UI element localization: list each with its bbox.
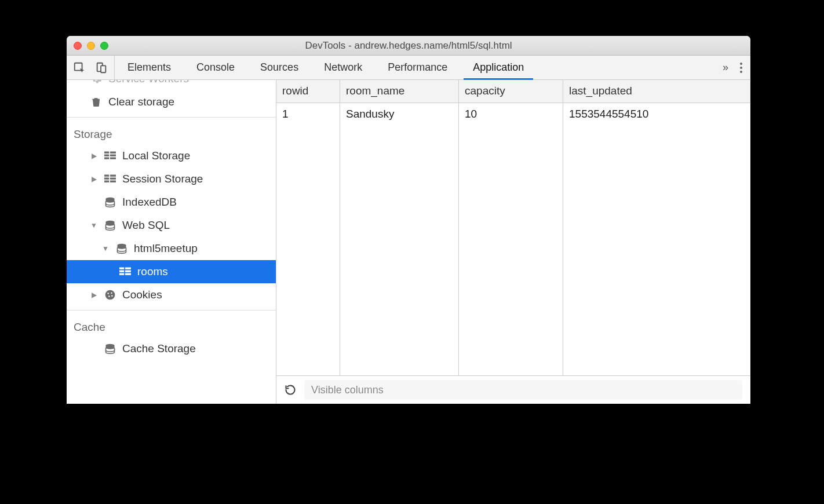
table-icon <box>104 151 116 160</box>
sidebar-label: Clear storage <box>108 96 174 108</box>
svg-rect-3 <box>104 152 109 154</box>
sidebar-label: Cookies <box>122 288 162 301</box>
sidebar-heading-cache: Cache <box>67 314 276 337</box>
sidebar-label: Local Storage <box>122 149 190 162</box>
svg-rect-19 <box>125 268 131 269</box>
sidebar-item-service-workers[interactable]: Service Workers <box>67 80 276 90</box>
grid-toolbar <box>276 376 750 404</box>
expand-arrow-icon: ▶ <box>90 152 98 160</box>
svg-point-27 <box>108 295 110 297</box>
sidebar-item-session-storage[interactable]: ▶ Session Storage <box>67 167 276 191</box>
svg-rect-2 <box>101 65 105 72</box>
expand-arrow-icon: ▶ <box>90 291 98 299</box>
tab-application[interactable]: Application <box>460 56 537 79</box>
svg-rect-12 <box>110 178 116 180</box>
tab-console[interactable]: Console <box>184 56 247 79</box>
svg-rect-10 <box>110 175 116 177</box>
database-icon <box>104 196 116 208</box>
svg-rect-9 <box>104 175 109 177</box>
sidebar-item-indexeddb[interactable]: IndexedDB <box>67 191 276 214</box>
application-sidebar: Service Workers Clear storage Storage ▶ … <box>67 80 276 404</box>
svg-rect-6 <box>110 155 116 156</box>
svg-rect-7 <box>104 158 109 159</box>
database-icon <box>115 243 128 254</box>
svg-point-24 <box>105 290 115 300</box>
svg-rect-14 <box>110 181 116 182</box>
sidebar-label: rooms <box>137 265 168 278</box>
svg-rect-13 <box>104 181 109 182</box>
svg-rect-20 <box>119 271 124 272</box>
data-grid: rowid room_name capacity last_updated 1 … <box>276 80 750 376</box>
sidebar-label: Cache Storage <box>122 342 196 355</box>
svg-rect-22 <box>119 273 124 275</box>
svg-point-26 <box>111 292 112 294</box>
expand-arrow-icon: ▶ <box>90 175 98 183</box>
collapse-arrow-icon: ▼ <box>101 244 110 253</box>
table-icon <box>119 267 132 276</box>
svg-rect-18 <box>119 268 124 269</box>
table-row[interactable]: 1 Sandusky 10 1553544554510 <box>276 103 750 375</box>
devtools-toolbar: Elements Console Sources Network Perform… <box>67 56 750 80</box>
cell-room-name: Sandusky <box>340 103 459 375</box>
svg-rect-11 <box>104 178 109 180</box>
sidebar-item-cookies[interactable]: ▶ Cookies <box>67 283 276 306</box>
svg-rect-23 <box>125 273 131 275</box>
table-icon <box>104 174 116 184</box>
cell-rowid: 1 <box>276 103 340 375</box>
grid-header-row: rowid room_name capacity last_updated <box>276 80 750 103</box>
more-tabs-icon[interactable]: » <box>723 61 728 74</box>
sidebar-label: Web SQL <box>122 219 170 232</box>
inspect-element-icon[interactable] <box>72 61 86 75</box>
sidebar-item-table-rooms[interactable]: rooms <box>67 260 276 283</box>
titlebar: DevTools - andrew.hedges.name/html5/sql.… <box>67 36 750 56</box>
sidebar-item-database[interactable]: ▼ html5meetup <box>67 237 276 260</box>
svg-rect-5 <box>104 155 109 156</box>
device-toolbar-icon[interactable] <box>94 61 108 75</box>
maximize-window-button[interactable] <box>100 42 108 50</box>
refresh-icon[interactable] <box>285 384 296 396</box>
sidebar-item-local-storage[interactable]: ▶ Local Storage <box>67 144 276 167</box>
svg-rect-8 <box>110 158 116 159</box>
close-window-button[interactable] <box>74 42 82 50</box>
devtools-window: DevTools - andrew.hedges.name/html5/sql.… <box>67 36 750 404</box>
column-header-last-updated[interactable]: last_updated <box>563 80 750 103</box>
content-area: Service Workers Clear storage Storage ▶ … <box>67 80 750 404</box>
panel-tabs: Elements Console Sources Network Perform… <box>115 56 714 79</box>
data-panel: rowid room_name capacity last_updated 1 … <box>276 80 750 404</box>
tab-elements[interactable]: Elements <box>115 56 184 79</box>
collapse-arrow-icon: ▼ <box>90 221 98 229</box>
sidebar-item-web-sql[interactable]: ▼ Web SQL <box>67 214 276 237</box>
column-header-rowid[interactable]: rowid <box>276 80 340 103</box>
database-icon <box>104 220 116 231</box>
sidebar-heading-storage: Storage <box>67 121 276 144</box>
cell-capacity: 10 <box>459 103 563 375</box>
database-icon <box>104 343 116 355</box>
cookie-icon <box>104 289 116 301</box>
trash-icon <box>90 96 103 108</box>
gear-icon <box>90 80 103 85</box>
sidebar-label: Service Workers <box>108 80 189 85</box>
svg-point-25 <box>107 293 109 294</box>
tab-sources[interactable]: Sources <box>247 56 311 79</box>
sidebar-label: Session Storage <box>122 173 203 185</box>
settings-menu-icon[interactable] <box>740 63 742 73</box>
window-title: DevTools - andrew.hedges.name/html5/sql.… <box>67 40 750 52</box>
tab-performance[interactable]: Performance <box>375 56 460 79</box>
column-header-room-name[interactable]: room_name <box>340 80 459 103</box>
column-header-capacity[interactable]: capacity <box>459 80 563 103</box>
minimize-window-button[interactable] <box>87 42 95 50</box>
sidebar-item-clear-storage[interactable]: Clear storage <box>67 90 276 114</box>
sidebar-item-cache-storage[interactable]: Cache Storage <box>67 337 276 360</box>
sidebar-label: html5meetup <box>134 242 198 255</box>
traffic-lights <box>67 42 108 50</box>
svg-rect-21 <box>125 271 131 272</box>
cell-last-updated: 1553544554510 <box>563 103 750 375</box>
svg-point-28 <box>111 295 113 297</box>
svg-rect-4 <box>110 152 116 154</box>
tab-network[interactable]: Network <box>311 56 375 79</box>
visible-columns-input[interactable] <box>304 380 742 400</box>
sidebar-label: IndexedDB <box>122 196 177 209</box>
